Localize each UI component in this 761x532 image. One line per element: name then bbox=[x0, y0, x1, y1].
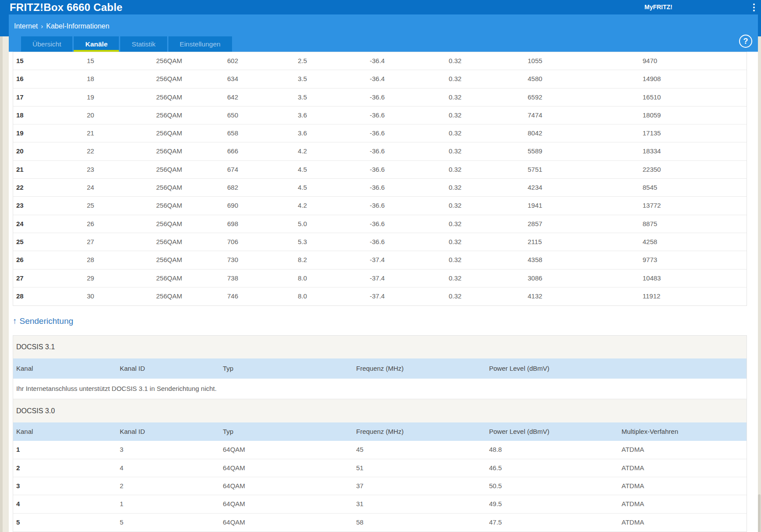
tab-label: Einstellungen bbox=[180, 40, 221, 48]
table-row: 2426256QAM6985.0-36.60.3228578875 bbox=[13, 215, 747, 233]
table-cell: 4.5 bbox=[295, 179, 367, 196]
scrollbar-track[interactable] bbox=[757, 36, 761, 532]
table-cell: 256QAM bbox=[153, 106, 224, 124]
column-header: Typ bbox=[220, 358, 353, 379]
tab-übersicht[interactable]: Übersicht bbox=[21, 36, 72, 52]
table-cell: 18334 bbox=[640, 142, 747, 160]
tab-label: Übersicht bbox=[32, 40, 61, 48]
table-cell: 256QAM bbox=[153, 52, 224, 70]
table-cell: -36.6 bbox=[367, 142, 446, 160]
table-cell: 24 bbox=[13, 215, 84, 233]
docsis31-section-label: DOCSIS 3.1 bbox=[13, 336, 747, 358]
breadcrumb-section[interactable]: Internet bbox=[14, 22, 38, 30]
table-row: 4164QAM3149.5ATDMA bbox=[13, 495, 747, 513]
table-cell: 27 bbox=[84, 233, 153, 251]
table-cell: 8545 bbox=[640, 179, 747, 196]
table-cell: 4132 bbox=[525, 287, 640, 305]
table-cell: -36.6 bbox=[367, 106, 446, 124]
column-header: Kanal bbox=[13, 422, 117, 441]
table-cell: 9773 bbox=[640, 251, 747, 269]
table-cell: 5751 bbox=[525, 161, 640, 178]
upstream-tables-box: DOCSIS 3.1 KanalKanal IDTypFrequenz (MHz… bbox=[13, 335, 747, 532]
table-cell: 30 bbox=[84, 287, 153, 305]
table-row: 2830256QAM7468.0-37.40.32413211912 bbox=[13, 287, 747, 305]
column-header: Kanal ID bbox=[117, 358, 220, 379]
table-cell: 4234 bbox=[525, 179, 640, 196]
table-cell: 15 bbox=[84, 52, 153, 70]
upstream-heading: ↑Senderichtung bbox=[13, 315, 758, 328]
table-cell: 0.32 bbox=[446, 233, 525, 251]
table-cell: 0.32 bbox=[446, 270, 525, 287]
table-cell: 674 bbox=[224, 161, 295, 178]
table-cell: 18059 bbox=[640, 106, 747, 124]
table-cell: 28 bbox=[13, 287, 84, 305]
table-cell: 642 bbox=[224, 89, 295, 106]
upstream-heading-label: Senderichtung bbox=[20, 316, 74, 326]
table-cell: 10483 bbox=[640, 270, 747, 287]
content-card: Internet›Kabel-Informationen ? Übersicht… bbox=[9, 14, 758, 532]
table-cell: 0.32 bbox=[446, 106, 525, 124]
table-row: 2325256QAM6904.2-36.60.32194113772 bbox=[13, 197, 747, 215]
table-cell: 682 bbox=[224, 179, 295, 196]
table-cell: 8.0 bbox=[295, 270, 367, 287]
table-cell: 3 bbox=[13, 477, 117, 495]
table-cell: 634 bbox=[224, 70, 295, 88]
tab-einstellungen[interactable]: Einstellungen bbox=[168, 36, 232, 52]
table-cell: 22350 bbox=[640, 161, 747, 178]
table-cell: -36.6 bbox=[367, 215, 446, 233]
table-cell: -36.6 bbox=[367, 89, 446, 106]
table-cell: ATDMA bbox=[618, 477, 747, 495]
table-header-row: KanalKanal IDTypFrequenz (MHz)Power Leve… bbox=[13, 422, 747, 441]
table-cell: 0.32 bbox=[446, 179, 525, 196]
table-cell: 1055 bbox=[525, 52, 640, 70]
help-button[interactable]: ? bbox=[739, 35, 752, 48]
table-cell: 7474 bbox=[525, 106, 640, 124]
table-cell: 256QAM bbox=[153, 179, 224, 196]
myfritz-link[interactable]: MyFRITZ! bbox=[644, 0, 672, 14]
table-cell: 0.32 bbox=[446, 161, 525, 178]
table-cell: 738 bbox=[224, 270, 295, 287]
table-row: 2224256QAM6824.5-36.60.3242348545 bbox=[13, 179, 747, 197]
table-cell: 4 bbox=[13, 495, 117, 513]
table-cell: 666 bbox=[224, 142, 295, 160]
table-cell: 3.6 bbox=[295, 106, 367, 124]
table-cell: 64QAM bbox=[220, 459, 353, 477]
question-mark-icon: ? bbox=[743, 37, 748, 46]
table-header-row: KanalKanal IDTypFrequenz (MHz)Power Leve… bbox=[13, 358, 747, 379]
tab-statistik[interactable]: Statistik bbox=[120, 36, 167, 52]
table-cell: 8042 bbox=[525, 124, 640, 142]
table-row: 1515256QAM6022.5-36.40.3210559470 bbox=[13, 52, 747, 70]
table-cell: 0.32 bbox=[446, 89, 525, 106]
table-cell: 37 bbox=[353, 477, 486, 495]
table-cell: 3.5 bbox=[295, 89, 367, 106]
tab-kanäle[interactable]: Kanäle bbox=[74, 36, 119, 52]
table-cell: 26 bbox=[84, 215, 153, 233]
table-cell: 27 bbox=[13, 270, 84, 287]
table-cell: 256QAM bbox=[153, 70, 224, 88]
table-cell: 2115 bbox=[525, 233, 640, 251]
table-cell: 21 bbox=[84, 124, 153, 142]
table-cell: 4358 bbox=[525, 251, 640, 269]
table-cell: 13772 bbox=[640, 197, 747, 214]
table-cell: -36.6 bbox=[367, 161, 446, 178]
table-cell: 23 bbox=[13, 197, 84, 214]
table-row: 2527256QAM7065.3-36.60.3221154258 bbox=[13, 233, 747, 251]
table-cell: 256QAM bbox=[153, 197, 224, 214]
table-cell: -36.4 bbox=[367, 52, 446, 70]
table-cell: 6592 bbox=[525, 89, 640, 106]
breadcrumb-page: Kabel-Informationen bbox=[46, 22, 109, 30]
table-cell: 9470 bbox=[640, 52, 747, 70]
table-cell: 64QAM bbox=[220, 441, 353, 458]
table-cell: 256QAM bbox=[153, 251, 224, 269]
table-row: 1618256QAM6343.5-36.40.32458014908 bbox=[13, 70, 747, 88]
table-cell: 256QAM bbox=[153, 124, 224, 142]
up-arrow-icon: ↑ bbox=[13, 316, 17, 326]
breadcrumb-separator-icon: › bbox=[41, 22, 43, 30]
table-cell: -36.4 bbox=[367, 70, 446, 88]
table-cell: 5.0 bbox=[295, 215, 367, 233]
table-cell: -37.4 bbox=[367, 287, 446, 305]
kebab-menu-icon[interactable] bbox=[750, 3, 757, 12]
table-row: 3264QAM3750.5ATDMA bbox=[13, 477, 747, 495]
table-cell: 2857 bbox=[525, 215, 640, 233]
scrollbar-thumb[interactable] bbox=[758, 494, 761, 532]
